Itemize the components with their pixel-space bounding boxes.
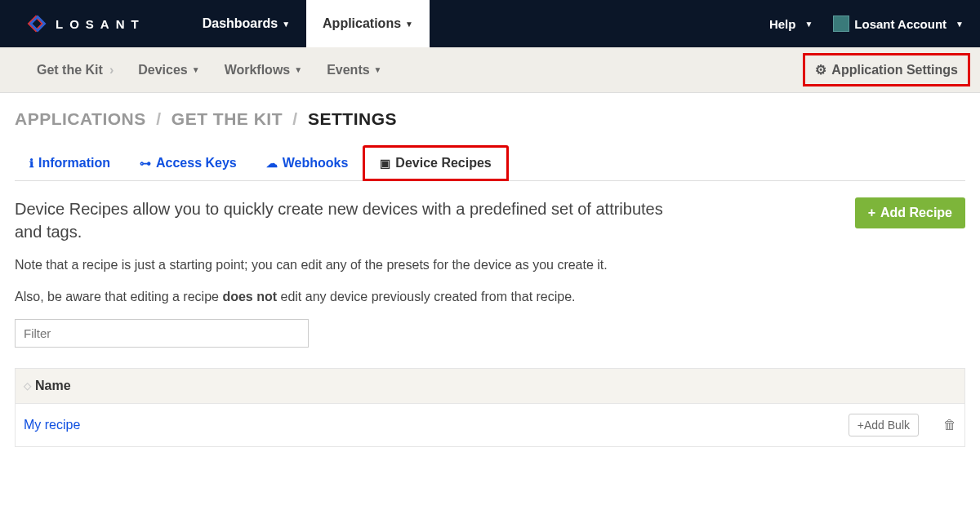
caret-down-icon: ▼	[294, 65, 302, 74]
nav-account[interactable]: Losant Account ▼	[833, 16, 964, 32]
sort-icon: ◇	[24, 380, 31, 392]
plus-icon: +	[858, 419, 864, 432]
caret-down-icon: ▼	[956, 20, 964, 29]
tab-information[interactable]: ℹ Information	[15, 145, 125, 180]
top-nav: LOSANT Dashboards ▼ Applications ▼ Help …	[0, 0, 980, 47]
nav-applications-label: Applications	[323, 16, 401, 31]
caret-down-icon: ▼	[804, 20, 813, 29]
caret-down-icon: ▼	[282, 20, 290, 29]
application-settings-button[interactable]: ⚙ Application Settings	[803, 53, 970, 86]
breadcrumb-separator: /	[292, 109, 297, 128]
tab-information-label: Information	[38, 156, 110, 171]
table-header[interactable]: ◇ Name	[16, 369, 964, 404]
recipes-table: ◇ Name My recipe +Add Bulk 🗑	[15, 368, 965, 447]
subnav-workflows[interactable]: Workflows ▼	[212, 47, 315, 93]
gear-icon: ⚙	[815, 62, 826, 78]
nav-help[interactable]: Help ▼	[769, 17, 813, 31]
sub-nav: Get the Kit › Devices ▼ Workflows ▼ Even…	[0, 47, 980, 93]
trash-icon[interactable]: 🗑	[943, 418, 956, 432]
subnav-kit-label: Get the Kit	[37, 63, 103, 78]
chevron-right-icon: ›	[109, 63, 114, 78]
caret-down-icon: ▼	[374, 65, 382, 74]
avatar-icon	[833, 16, 849, 32]
table-row: My recipe +Add Bulk 🗑	[16, 404, 964, 446]
tab-access-keys-label: Access Keys	[156, 156, 237, 171]
nav-applications[interactable]: Applications ▼	[306, 0, 430, 47]
caret-down-icon: ▼	[192, 65, 200, 74]
logo[interactable]: LOSANT	[24, 12, 145, 35]
add-recipe-label: Add Recipe	[880, 206, 952, 220]
logo-icon	[24, 12, 47, 35]
tab-webhooks[interactable]: ☁ Webhooks	[252, 145, 363, 180]
breadcrumb-get-the-kit[interactable]: GET THE KIT	[172, 109, 283, 128]
breadcrumb-current: SETTINGS	[308, 109, 397, 128]
caret-down-icon: ▼	[405, 20, 413, 29]
tab-webhooks-label: Webhooks	[283, 156, 349, 171]
key-icon: ⊶	[140, 157, 151, 170]
breadcrumb-applications[interactable]: APPLICATIONS	[15, 109, 146, 128]
logo-text: LOSANT	[56, 17, 145, 31]
nav-dashboards-label: Dashboards	[203, 16, 278, 31]
subnav-workflows-label: Workflows	[225, 63, 291, 78]
nav-help-label: Help	[769, 17, 796, 31]
tab-device-recipes-label: Device Recipes	[395, 156, 491, 171]
recipe-name-link[interactable]: My recipe	[24, 418, 849, 432]
info-icon: ℹ	[29, 157, 33, 170]
cloud-icon: ☁	[266, 157, 278, 170]
nav-dashboards[interactable]: Dashboards ▼	[186, 0, 306, 47]
plus-icon: +	[868, 206, 875, 220]
application-settings-label: Application Settings	[831, 63, 958, 78]
subnav-get-the-kit[interactable]: Get the Kit ›	[24, 47, 126, 93]
add-bulk-label: Add Bulk	[864, 419, 910, 432]
column-name: Name	[35, 379, 71, 393]
tab-access-keys[interactable]: ⊶ Access Keys	[125, 145, 252, 180]
content: APPLICATIONS / GET THE KIT / SETTINGS ℹ …	[0, 93, 980, 463]
subnav-events[interactable]: Events ▼	[314, 47, 394, 93]
tab-device-recipes[interactable]: ▣ Device Recipes	[363, 145, 508, 181]
breadcrumb-separator: /	[156, 109, 161, 128]
note-2: Also, be aware that editing a recipe doe…	[15, 287, 965, 307]
breadcrumb: APPLICATIONS / GET THE KIT / SETTINGS	[15, 109, 965, 129]
add-bulk-button[interactable]: +Add Bulk	[849, 414, 919, 436]
page-description: Device Recipes allow you to quickly crea…	[15, 197, 668, 243]
filter-input[interactable]	[15, 319, 309, 348]
note-1: Note that a recipe is just a starting po…	[15, 255, 965, 275]
subnav-devices-label: Devices	[138, 63, 188, 78]
tabs: ℹ Information ⊶ Access Keys ☁ Webhooks ▣…	[15, 145, 965, 181]
subnav-devices[interactable]: Devices ▼	[126, 47, 212, 93]
window-icon: ▣	[380, 157, 390, 170]
nav-account-label: Losant Account	[854, 17, 947, 31]
add-recipe-button[interactable]: + Add Recipe	[855, 197, 965, 228]
subnav-events-label: Events	[327, 63, 369, 78]
